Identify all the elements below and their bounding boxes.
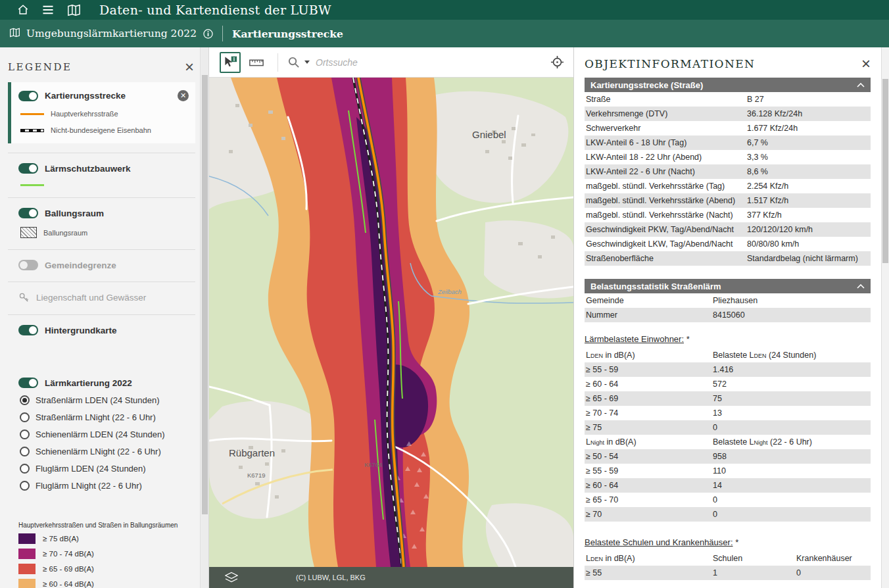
table-row: maßgebl. stündl. Verkehrsstärke (Abend)1… — [585, 193, 871, 208]
radio-schienenlaerm-lden[interactable]: Schienenlärm LDEN (24 Stunden) — [18, 429, 193, 439]
radio-icon[interactable] — [20, 412, 30, 422]
search-input[interactable] — [314, 57, 492, 68]
legend-item-liegenschaft[interactable]: Liegenschaft und Gewässer — [8, 282, 195, 314]
row-value: Standardbelag (nicht lärmarm) — [747, 254, 871, 263]
eisenbahn-swatch — [20, 129, 44, 132]
geolocate-icon[interactable] — [550, 55, 564, 69]
schulen-table: ≥ 55 1 0 — [585, 566, 871, 580]
radio-strassenlaerm-lnight[interactable]: Straßenlärm LNight (22 - 6 Uhr) — [18, 412, 193, 422]
row-label: Straße — [585, 95, 747, 104]
hintergrundkarte-toggle[interactable] — [18, 325, 38, 335]
sidebar-scrollbar[interactable] — [200, 47, 208, 588]
radio-icon[interactable] — [20, 395, 30, 405]
legend-item-kartierungsstrecke: Kartierungsstrecke ✕ Hauptverkehrsstraße… — [8, 82, 195, 143]
map-area: Gniebel Rübgarten K6719 K6764 Zeilbach (… — [209, 47, 573, 588]
radio-icon[interactable] — [20, 429, 30, 439]
row-value: 75 — [713, 394, 871, 403]
map-canvas[interactable]: Gniebel Rübgarten K6719 K6764 Zeilbach — [209, 78, 573, 567]
chevron-up-icon[interactable] — [857, 83, 865, 87]
map-label-k6719: K6719 — [247, 472, 265, 479]
home-icon[interactable] — [17, 4, 29, 16]
row-label: ≥ 60 - 64 — [585, 380, 713, 389]
row-value: 8415060 — [713, 310, 871, 320]
row-value: 36.128 Kfz/24h — [747, 109, 871, 118]
legend-item-laermschutzbauwerk: Lärmschutzbauwerk — [8, 153, 195, 197]
row-value: 0 — [713, 423, 871, 432]
table-row: maßgebl. stündl. Verkehrsstärke (Nacht)3… — [585, 208, 871, 222]
search-type-dropdown-icon[interactable] — [304, 61, 310, 64]
row-label: maßgebl. stündl. Verkehrsstärke (Nacht) — [585, 210, 747, 220]
row-label: ≥ 70 - 74 — [585, 408, 713, 418]
radio-strassenlaerm-lden[interactable]: Straßenlärm LDEN (24 Stunden) — [18, 395, 193, 405]
module-name: Umgebungslärmkartierung 2022 — [26, 28, 197, 39]
radio-schienenlaerm-lnight[interactable]: Schienenlärm LNight (22 - 6 Uhr) — [18, 447, 193, 456]
search-icon[interactable] — [287, 56, 300, 68]
row-value: 110 — [713, 466, 871, 476]
row-value: 0 — [713, 495, 871, 504]
schulen-heading: Belastete Schulen und Krankenhäuser: * — [585, 537, 871, 547]
map-small-icon — [9, 28, 20, 40]
liegenschaft-label: Liegenschaft und Gewässer — [36, 293, 146, 303]
panel-close-icon[interactable]: × — [861, 57, 871, 70]
table-row: StraßeB 27 — [585, 92, 871, 107]
radio-fluglaerm-lnight[interactable]: Fluglärm LNight (22 - 6 Uhr) — [18, 481, 193, 491]
gemeindegrenze-toggle[interactable] — [18, 260, 38, 270]
info-icon[interactable] — [203, 29, 213, 39]
search-box — [287, 56, 492, 68]
panel-title: OBJEKTINFORMATIONEN — [585, 57, 755, 70]
row-value: 572 — [713, 380, 871, 389]
table-row: ≥ 50 - 54958 — [585, 449, 871, 464]
laermschutzbauwerk-toggle[interactable] — [18, 163, 38, 174]
col-header-belastete-lnight: Belastete LNight (22 - 6 Uhr) — [713, 437, 871, 447]
col-header-schulen: Schulen — [713, 554, 796, 563]
section-title: Kartierungsstrecke (Straße) — [590, 80, 703, 90]
row-label: ≥ 65 - 70 — [585, 495, 713, 504]
kartierungsstrecke-toggle[interactable] — [18, 91, 38, 101]
remove-layer-icon[interactable]: ✕ — [178, 90, 189, 101]
table-row: ≥ 60 - 6414 — [585, 478, 871, 493]
swatch-label: Ballungsraum — [43, 229, 87, 237]
sidebar-scrollbar-thumb[interactable] — [202, 75, 208, 514]
legend-close-icon[interactable]: × — [185, 61, 194, 73]
row-value: 1.416 — [713, 365, 871, 374]
table-row: Verkehrsmenge (DTV)36.128 Kfz/24h — [585, 107, 871, 121]
gemeindegrenze-label: Gemeindegrenze — [45, 260, 116, 270]
identify-tool-button[interactable] — [220, 52, 241, 73]
lden-table: ≥ 55 - 591.416 ≥ 60 - 64572 ≥ 65 - 6975 … — [585, 362, 871, 435]
row-value: 0 — [796, 568, 871, 577]
laermschutz-swatch — [20, 184, 44, 186]
panel-scrollbar-thumb[interactable] — [882, 79, 888, 263]
chevron-up-icon[interactable] — [857, 284, 865, 289]
row-value: 2.254 Kfz/h — [747, 182, 871, 191]
map-label-k6764: K6764 — [364, 461, 382, 468]
radio-icon[interactable] — [20, 464, 30, 474]
row-value: 1.517 Kfz/h — [747, 196, 871, 205]
swatch-label: Nicht-bundeseigene Eisenbahn — [51, 126, 151, 134]
radio-icon[interactable] — [20, 481, 30, 491]
row-label: ≥ 50 - 54 — [585, 452, 713, 461]
table-row: Nummer8415060 — [585, 308, 871, 322]
map-icon[interactable] — [67, 4, 81, 16]
row-label: Schwerverkehr — [585, 124, 747, 133]
table-row: Geschwindigkeit PKW, Tag/Abend/Nacht120/… — [585, 222, 871, 237]
radio-icon[interactable] — [20, 447, 30, 456]
page-title: Kartierungsstrecke — [232, 28, 343, 40]
row-value: 1.677 Kfz/24h — [747, 124, 871, 133]
legend-sidebar: LEGENDE × Kartierungsstrecke ✕ Hauptverk… — [0, 47, 209, 588]
measure-tool-button[interactable] — [246, 52, 267, 73]
section-header-belastungsstatistik[interactable]: Belastungsstatistik Straßenlärm — [585, 279, 871, 293]
panel-scrollbar[interactable] — [881, 47, 889, 588]
layers-icon[interactable] — [225, 572, 238, 586]
section-header-kartierungsstrecke[interactable]: Kartierungsstrecke (Straße) — [585, 78, 871, 92]
radio-label: Fluglärm LNight (22 - 6 Uhr) — [36, 481, 142, 491]
legend-item-hintergrundkarte: Hintergrundkarte — [8, 314, 195, 347]
radio-fluglaerm-lden[interactable]: Fluglärm LDEN (24 Stunden) — [18, 464, 193, 474]
menu-icon[interactable] — [42, 5, 54, 15]
table-row: ≥ 55 - 591.416 — [585, 362, 871, 377]
row-value: 6,7 % — [747, 138, 871, 147]
laermkartierung-toggle[interactable] — [18, 378, 38, 388]
radio-label: Straßenlärm LNight (22 - 6 Uhr) — [36, 412, 156, 422]
laermkartierung-label: Lärmkartierung 2022 — [45, 378, 132, 388]
ballungsraum-toggle[interactable] — [18, 208, 38, 218]
row-label: Straßenoberfläche — [585, 254, 747, 263]
